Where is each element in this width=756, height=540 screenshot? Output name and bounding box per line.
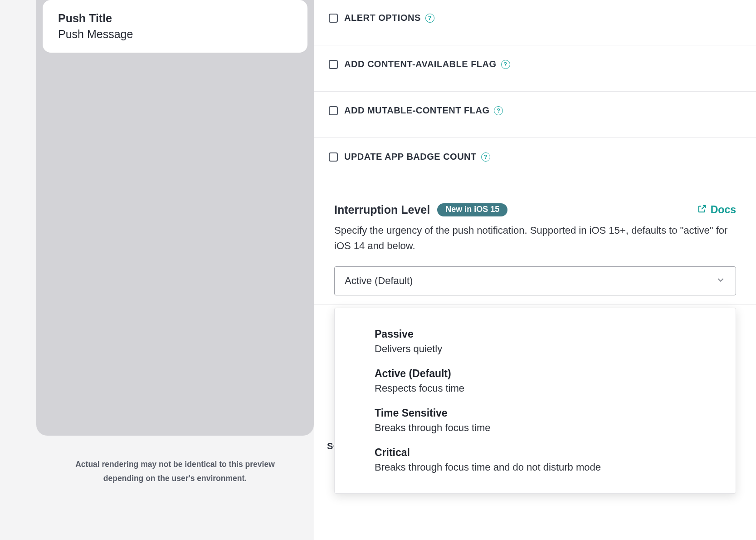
- option-update-badge: UPDATE APP BADGE COUNT ?: [314, 138, 756, 184]
- content-available-label: ADD CONTENT-AVAILABLE FLAG: [344, 59, 497, 69]
- update-badge-label: UPDATE APP BADGE COUNT: [344, 152, 477, 162]
- option-mutable-content: ADD MUTABLE-CONTENT FLAG ?: [314, 92, 756, 138]
- push-title-text: Push Title: [58, 12, 292, 25]
- interruption-level-dropdown: Passive Delivers quietly Active (Default…: [334, 308, 736, 494]
- chevron-down-icon: [716, 275, 726, 287]
- content-available-checkbox[interactable]: [329, 60, 338, 69]
- dropdown-option-passive[interactable]: Passive Delivers quietly: [335, 322, 736, 361]
- alert-options-label: ALERT OPTIONS: [344, 13, 421, 23]
- interruption-level-select[interactable]: Active (Default): [334, 266, 736, 295]
- option-alert-options: ALERT OPTIONS ?: [314, 0, 756, 45]
- help-icon[interactable]: ?: [494, 106, 503, 115]
- docs-link[interactable]: Docs: [697, 204, 736, 216]
- dropdown-option-active[interactable]: Active (Default) Respects focus time: [335, 361, 736, 401]
- help-icon[interactable]: ?: [501, 60, 510, 69]
- interruption-level-description: Specify the urgency of the push notifica…: [334, 223, 736, 254]
- push-notification-preview: Push Title Push Message: [43, 0, 307, 53]
- docs-link-label: Docs: [711, 204, 736, 216]
- interruption-level-title: Interruption Level: [334, 203, 430, 216]
- help-icon[interactable]: ?: [425, 14, 434, 23]
- new-ios15-badge: New in iOS 15: [437, 203, 507, 216]
- interruption-level-selected: Active (Default): [345, 275, 413, 287]
- help-icon[interactable]: ?: [481, 152, 490, 162]
- update-badge-checkbox[interactable]: [329, 152, 338, 162]
- push-message-text: Push Message: [58, 28, 292, 41]
- interruption-level-section: Interruption Level New in iOS 15 Docs Sp…: [314, 184, 756, 305]
- settings-panel: ALERT OPTIONS ? ADD CONTENT-AVAILABLE FL…: [314, 0, 756, 540]
- dropdown-option-time-sensitive[interactable]: Time Sensitive Breaks through focus time: [335, 401, 736, 440]
- mutable-content-checkbox[interactable]: [329, 106, 338, 115]
- preview-disclaimer: Actual rendering may not be identical to…: [36, 436, 314, 485]
- push-preview-phone: Push Title Push Message: [36, 0, 314, 436]
- external-link-icon: [697, 204, 707, 216]
- alert-options-checkbox[interactable]: [329, 14, 338, 23]
- option-content-available: ADD CONTENT-AVAILABLE FLAG ?: [314, 45, 756, 92]
- mutable-content-label: ADD MUTABLE-CONTENT FLAG: [344, 105, 489, 116]
- dropdown-option-critical[interactable]: Critical Breaks through focus time and d…: [335, 440, 736, 480]
